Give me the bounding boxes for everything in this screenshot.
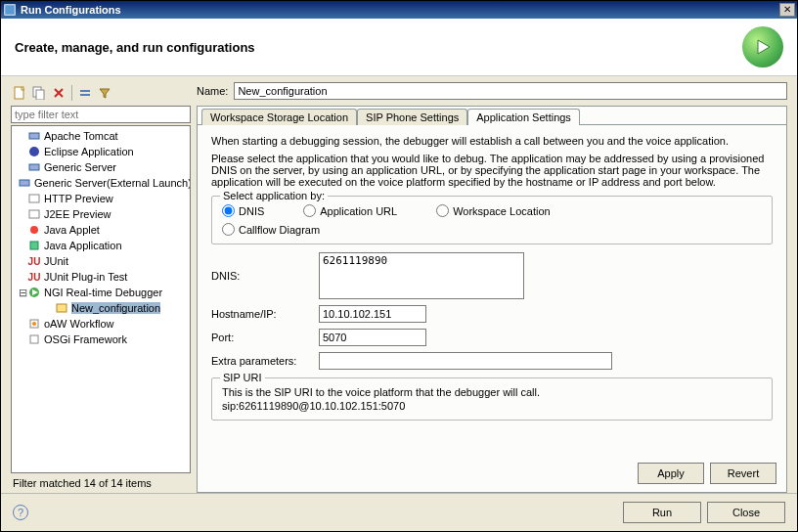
hostname-input[interactable] xyxy=(319,305,426,323)
radio-url-input[interactable] xyxy=(303,204,316,217)
right-panel: Name: Workspace Storage Location SIP Pho… xyxy=(197,82,787,493)
delete-config-icon[interactable] xyxy=(50,84,67,102)
hostname-label: Hostname/IP: xyxy=(211,308,319,320)
close-icon[interactable]: ✕ xyxy=(779,3,795,17)
tree-item-new-configuration[interactable]: New_configuration xyxy=(12,300,190,316)
svg-rect-6 xyxy=(80,94,90,96)
apply-button[interactable]: Apply xyxy=(638,463,704,484)
filter-input[interactable] xyxy=(11,106,191,123)
tree-item-java-applet[interactable]: Java Applet xyxy=(12,222,190,238)
tree-item-junit[interactable]: JUJUnit xyxy=(12,253,190,269)
tab-sip-phone-settings[interactable]: SIP Phone Settings xyxy=(357,109,467,125)
radio-application-url[interactable]: Application URL xyxy=(303,204,397,217)
tab-application-settings[interactable]: Application Settings xyxy=(467,109,580,125)
tree-item-apache-tomcat[interactable]: Apache Tomcat xyxy=(12,128,190,144)
toolbar-separator xyxy=(71,85,72,101)
run-configurations-window: Run Configurations ✕ Create, manage, and… xyxy=(0,0,798,532)
tabs: Workspace Storage Location SIP Phone Set… xyxy=(198,107,786,125)
svg-rect-9 xyxy=(29,164,39,170)
tree-item-j2ee-preview[interactable]: J2EE Preview xyxy=(12,206,190,222)
svg-rect-11 xyxy=(29,195,39,202)
tree-item-oaw-workflow[interactable]: oAW Workflow xyxy=(12,316,190,332)
dnis-input[interactable]: 6261119890 xyxy=(319,252,524,299)
filter-icon[interactable] xyxy=(96,84,113,102)
tree-item-http-preview[interactable]: HTTP Preview xyxy=(12,191,190,206)
radio-callflow-input[interactable] xyxy=(222,223,235,236)
description-line-2: Please select the application that you w… xyxy=(211,153,773,188)
svg-point-19 xyxy=(32,322,36,326)
tab-workspace-storage[interactable]: Workspace Storage Location xyxy=(201,109,357,125)
sip-uri-group: SIP URI This is the SIP URI to the voice… xyxy=(211,377,773,421)
svg-rect-17 xyxy=(57,304,66,312)
config-toolbar xyxy=(11,82,191,106)
svg-rect-12 xyxy=(29,210,39,218)
extra-params-input[interactable] xyxy=(319,352,612,370)
select-application-title: Select application by: xyxy=(220,190,328,201)
radio-dnis[interactable]: DNIS xyxy=(222,204,264,217)
titlebar: Run Configurations ✕ xyxy=(1,1,797,19)
run-header-icon xyxy=(742,26,783,67)
filter-status: Filter matched 14 of 14 items xyxy=(11,473,191,493)
name-input[interactable] xyxy=(234,82,787,100)
tree-item-generic-server-external[interactable]: Generic Server(External Launch) xyxy=(12,175,190,191)
svg-point-13 xyxy=(30,226,38,234)
tree-item-java-application[interactable]: Java Application xyxy=(12,238,190,253)
config-tree[interactable]: Apache Tomcat Eclipse Application Generi… xyxy=(11,125,191,473)
tree-item-junit-plugin-test[interactable]: JUJUnit Plug-in Test xyxy=(12,269,190,285)
port-label: Port: xyxy=(211,332,319,343)
app-icon xyxy=(3,3,17,17)
svg-rect-5 xyxy=(80,90,90,92)
svg-marker-1 xyxy=(758,40,770,54)
select-application-group: Select application by: DNIS Application … xyxy=(211,196,773,244)
close-button[interactable]: Close xyxy=(707,502,785,523)
extra-params-label: Extra parameters: xyxy=(211,355,319,367)
page-title: Create, manage, and run configurations xyxy=(15,40,742,55)
tree-item-generic-server[interactable]: Generic Server xyxy=(12,159,190,175)
dnis-label: DNIS: xyxy=(211,270,319,282)
svg-rect-2 xyxy=(15,87,23,99)
svg-rect-14 xyxy=(30,242,38,249)
radio-workspace-input[interactable] xyxy=(436,204,449,217)
svg-point-8 xyxy=(29,147,39,156)
tab-content: When starting a debugging session, the d… xyxy=(198,125,786,455)
tree-item-ngi-debugger[interactable]: ⊟NGI Real-time Debugger xyxy=(12,285,190,300)
radio-workspace-location[interactable]: Workspace Location xyxy=(436,204,550,217)
description-line-1: When starting a debugging session, the d… xyxy=(211,135,773,147)
svg-rect-7 xyxy=(29,133,39,139)
svg-rect-20 xyxy=(30,335,38,343)
svg-rect-10 xyxy=(20,180,29,186)
dialog-footer: ? Run Close xyxy=(1,493,797,531)
tree-item-osgi-framework[interactable]: OSGi Framework xyxy=(12,332,190,347)
apply-revert-row: Apply Revert xyxy=(198,455,786,492)
duplicate-config-icon[interactable] xyxy=(30,84,48,102)
sip-uri-desc: This is the SIP URI to the voice platfor… xyxy=(222,386,762,398)
run-button[interactable]: Run xyxy=(623,502,701,523)
collapse-all-icon[interactable] xyxy=(76,84,94,102)
sip-uri-value: sip:6261119890@10.10.102.151:5070 xyxy=(222,400,762,412)
port-input[interactable] xyxy=(319,329,426,346)
expand-icon[interactable]: ⊟ xyxy=(18,287,27,299)
sip-uri-title: SIP URI xyxy=(220,372,265,383)
dialog-header: Create, manage, and run configurations xyxy=(1,19,797,76)
tree-item-eclipse-application[interactable]: Eclipse Application xyxy=(12,144,190,159)
name-label: Name: xyxy=(197,85,228,97)
help-icon[interactable]: ? xyxy=(13,505,28,520)
left-panel: Apache Tomcat Eclipse Application Generi… xyxy=(11,82,191,493)
radio-callflow-diagram[interactable]: Callflow Diagram xyxy=(222,223,762,236)
radio-dnis-input[interactable] xyxy=(222,204,235,217)
revert-button[interactable]: Revert xyxy=(710,463,776,484)
window-title: Run Configurations xyxy=(21,4,779,16)
new-config-icon[interactable] xyxy=(11,84,28,102)
svg-rect-4 xyxy=(36,90,44,100)
form-panel: Workspace Storage Location SIP Phone Set… xyxy=(197,106,787,493)
svg-rect-0 xyxy=(5,5,16,16)
